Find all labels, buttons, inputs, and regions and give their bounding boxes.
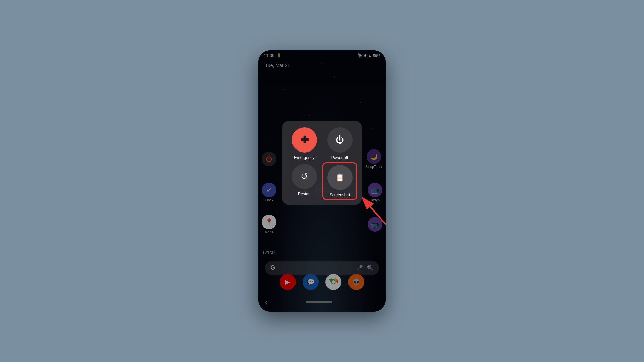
- emergency-label: Emergency: [294, 155, 315, 160]
- restart-label: Restart: [298, 192, 311, 196]
- red-arrow-svg: [356, 188, 386, 231]
- poweroff-button[interactable]: ⏻ Power off: [324, 127, 356, 160]
- svg-line-4: [362, 198, 386, 228]
- phone-frame: 11:09 🔋 📡 ⊖ ▲ 59% Tue, Mar 21 ⏻ 🌙 SleepT…: [258, 50, 386, 312]
- screenshot-circle: 📋: [327, 165, 353, 190]
- screenshot-icon: 📋: [335, 173, 344, 182]
- power-menu: ✚ Emergency ⏻ Power off ↺ Restart: [282, 121, 362, 205]
- restart-button[interactable]: ↺ Restart: [288, 164, 320, 198]
- power-menu-grid: ✚ Emergency ⏻ Power off ↺ Restart: [288, 127, 356, 198]
- poweroff-circle: ⏻: [327, 127, 353, 153]
- emergency-button[interactable]: ✚ Emergency: [288, 127, 320, 160]
- screenshot-button[interactable]: 📋 Screenshot: [322, 162, 357, 200]
- poweroff-icon: ⏻: [335, 135, 344, 145]
- restart-icon: ↺: [301, 171, 308, 182]
- poweroff-label: Power off: [331, 155, 348, 160]
- screenshot-label: Screenshot: [330, 193, 350, 197]
- emergency-circle: ✚: [292, 127, 317, 153]
- emergency-icon: ✚: [300, 134, 309, 146]
- restart-circle: ↺: [292, 164, 317, 189]
- red-arrow-annotation: [356, 188, 386, 231]
